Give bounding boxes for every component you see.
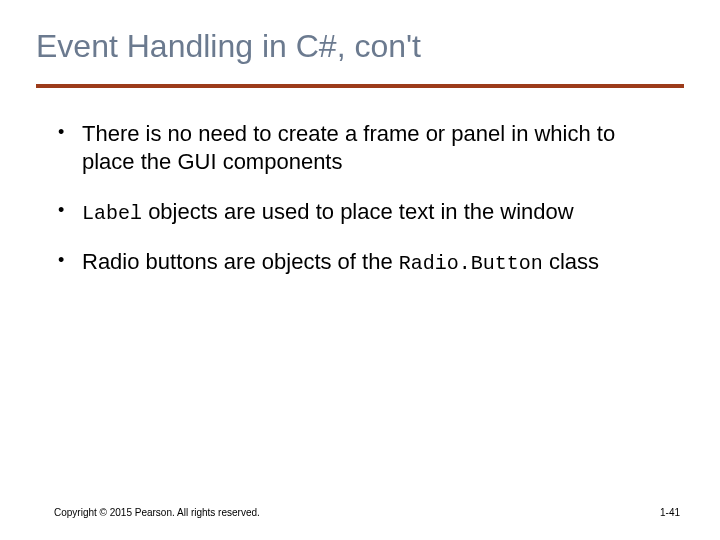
title-underline	[36, 84, 684, 88]
bullet-list: There is no need to create a frame or pa…	[54, 120, 672, 276]
bullet-text: Radio buttons are objects of the	[82, 249, 399, 274]
slide: Event Handling in C#, con't There is no …	[0, 0, 720, 540]
bullet-text-post: class	[543, 249, 599, 274]
list-item: Radio buttons are objects of the Radio.B…	[54, 248, 672, 276]
list-item: There is no need to create a frame or pa…	[54, 120, 672, 176]
copyright-text: Copyright © 2015 Pearson. All rights res…	[54, 507, 260, 518]
slide-body: There is no need to create a frame or pa…	[54, 120, 672, 298]
bullet-code: Label	[82, 202, 142, 225]
list-item: Label objects are used to place text in …	[54, 198, 672, 226]
slide-title: Event Handling in C#, con't	[36, 28, 684, 65]
page-number: 1-41	[660, 507, 680, 518]
bullet-text: There is no need to create a frame or pa…	[82, 121, 615, 174]
bullet-code: Radio.Button	[399, 252, 543, 275]
bullet-text-post: objects are used to place text in the wi…	[142, 199, 574, 224]
